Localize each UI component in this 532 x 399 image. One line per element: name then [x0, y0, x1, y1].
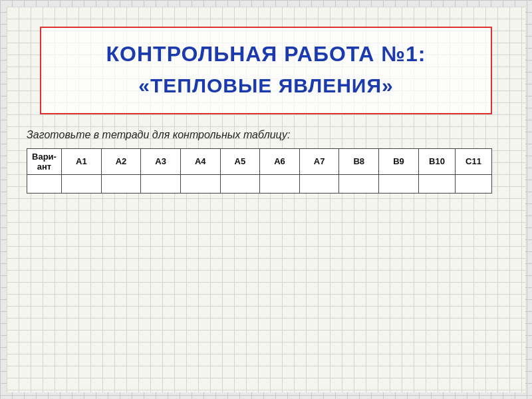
table-row [27, 174, 492, 193]
title-line1: КОНТРОЛЬНАЯ РАБОТА №1: [61, 41, 471, 66]
col-header-b10: В10 [419, 148, 456, 174]
page: КОНТРОЛЬНАЯ РАБОТА №1: «ТЕПЛОВЫЕ ЯВЛЕНИЯ… [7, 7, 525, 392]
col-header-a3: А3 [141, 148, 181, 174]
cell-c11 [456, 174, 492, 193]
col-header-a2: А2 [101, 148, 141, 174]
cell-b9 [379, 174, 419, 193]
col-header-variant: Вари-ант [27, 148, 62, 174]
cell-a1 [62, 174, 102, 193]
cell-a3 [141, 174, 181, 193]
col-header-c11: С11 [456, 148, 492, 174]
cell-a2 [101, 174, 141, 193]
col-header-a6: А6 [260, 148, 300, 174]
cell-b10 [419, 174, 456, 193]
title-box: КОНТРОЛЬНАЯ РАБОТА №1: «ТЕПЛОВЫЕ ЯВЛЕНИЯ… [40, 27, 492, 114]
col-header-a5: А5 [220, 148, 260, 174]
cell-a5 [220, 174, 260, 193]
col-header-a4: А4 [180, 148, 220, 174]
cell-variant [27, 174, 62, 193]
cell-a4 [180, 174, 220, 193]
col-header-a1: А1 [62, 148, 102, 174]
title-line2: «ТЕПЛОВЫЕ ЯВЛЕНИЯ» [61, 72, 471, 100]
instruction-text: Заготовьте в тетради для контрольных таб… [27, 128, 505, 142]
col-header-b9: В9 [379, 148, 419, 174]
col-header-b8: В8 [339, 148, 379, 174]
cell-a6 [260, 174, 300, 193]
cell-a7 [299, 174, 339, 193]
cell-b8 [339, 174, 379, 193]
answer-table: Вари-ант А1 А2 А3 А4 А5 А6 А7 В8 В9 В10 … [27, 148, 492, 194]
col-header-a7: А7 [299, 148, 339, 174]
table-header-row: Вари-ант А1 А2 А3 А4 А5 А6 А7 В8 В9 В10 … [27, 148, 492, 174]
